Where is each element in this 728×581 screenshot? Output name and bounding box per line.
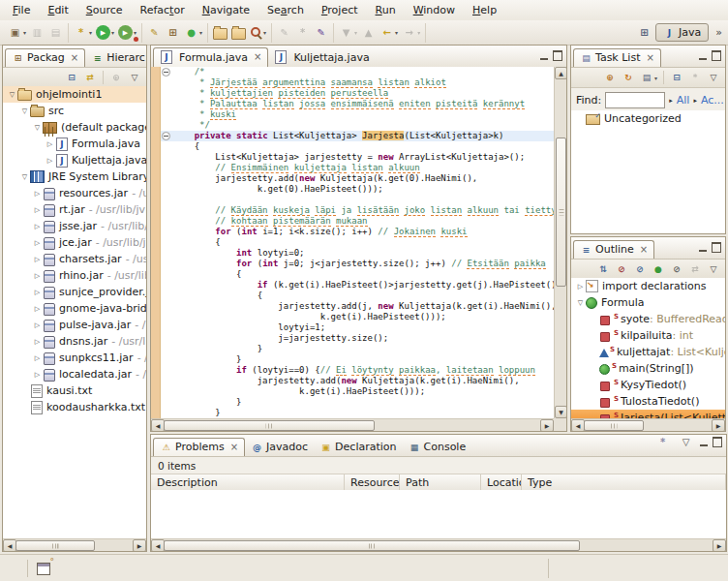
fold-margin[interactable]	[161, 259, 173, 269]
fold-margin[interactable]	[161, 216, 173, 227]
quick-diff-ruler[interactable]	[151, 67, 161, 418]
scroll-thumb[interactable]	[164, 420, 375, 431]
fold-margin[interactable]	[161, 195, 173, 205]
find-input[interactable]	[605, 92, 665, 108]
minimize-icon[interactable]	[700, 438, 708, 446]
package-explorer-hscrollbar[interactable]: ◀ ▶	[3, 538, 146, 551]
scroll-thumb[interactable]	[15, 540, 95, 551]
scroll-right-icon[interactable]: ▶	[712, 419, 725, 432]
menu-source[interactable]: Source	[77, 2, 132, 18]
outline-item-syote[interactable]: Ssyote : BufferedReader	[571, 311, 725, 327]
outline-item-jarjesta-list-kuljettaja-[interactable]: SJarjesta(List<Kuljettaja>)	[571, 410, 725, 418]
outline-item-kuljettajat[interactable]: Skuljettajat : List<Kuljettaja>	[571, 344, 725, 360]
collapse-all-button[interactable]: ⊟	[669, 70, 684, 85]
collapse-arrow-icon[interactable]: ▽	[7, 91, 17, 99]
scroll-left-icon[interactable]: ◀	[571, 419, 585, 432]
minimize-icon[interactable]	[540, 51, 548, 60]
collapse-all-button[interactable]: ⊟	[64, 70, 79, 85]
fold-margin[interactable]	[161, 269, 173, 280]
find-scope-all-link[interactable]: All	[677, 94, 690, 107]
fold-margin[interactable]	[161, 120, 173, 131]
fold-margin[interactable]	[161, 99, 173, 109]
maximize-icon[interactable]	[712, 242, 721, 253]
dropdown-arrow-icon[interactable]: ▾	[263, 29, 266, 36]
last-edit-location-button[interactable]: ✎	[313, 24, 329, 41]
view-menu-button[interactable]: ▽	[706, 70, 721, 85]
package-item-charsets-jar[interactable]: ▷charsets.jar- /usr/lib/jvm	[3, 251, 146, 267]
dropdown-arrow-icon[interactable]: ▾	[89, 29, 92, 36]
collapse-arrow-icon[interactable]: ▽	[19, 107, 30, 115]
fold-margin[interactable]	[161, 67, 173, 77]
task-item-uncategorized[interactable]: Uncategorized	[571, 110, 725, 127]
bottom-tab-problems[interactable]: ⚠Problems×	[153, 438, 245, 456]
outline-item-kilpailuita[interactable]: Skilpailuita : int	[571, 327, 725, 344]
fold-margin[interactable]	[161, 109, 173, 120]
package-item-jre-system-library[interactable]: ▽JRE System Library[java-6	[3, 168, 146, 185]
view-tab-outline[interactable]: ≡Outline×	[573, 240, 654, 259]
collapse-arrow-icon[interactable]: ▽	[19, 173, 30, 181]
scroll-thumb[interactable]	[556, 138, 566, 287]
menu-help[interactable]: Help	[464, 2, 505, 18]
package-item-jsse-jar[interactable]: ▷jsse.jar- /usr/lib/jvm/jav	[3, 218, 146, 234]
package-item-ohjelmointi1[interactable]: ▽ohjelmointi1	[3, 86, 146, 103]
collapse-fold-icon[interactable]	[162, 132, 170, 140]
outline-item-tulostatiedot-[interactable]: STulostaTiedot()	[571, 393, 725, 410]
editor-body[interactable]: /* * Järjestää argumenttina saamansa lis…	[151, 67, 566, 431]
fold-margin[interactable]	[161, 173, 173, 184]
scroll-right-icon[interactable]: ▶	[133, 539, 146, 552]
dropdown-arrow-icon[interactable]: ▾	[395, 29, 398, 36]
expand-arrow-icon[interactable]: ▷	[32, 289, 43, 296]
scroll-left-icon[interactable]: ◀	[151, 419, 165, 432]
expand-arrow-icon[interactable]: ▷	[32, 371, 43, 379]
close-icon[interactable]: ×	[254, 53, 261, 61]
sort-button[interactable]: ⇅	[595, 261, 611, 277]
fold-margin[interactable]	[161, 290, 173, 301]
open-perspective-icon[interactable]: ⊞	[637, 25, 652, 40]
fold-margin[interactable]	[161, 280, 173, 290]
new-class-button[interactable]: ●▾	[183, 24, 203, 41]
find-scope-link[interactable]: Ac...	[701, 94, 724, 107]
fold-margin[interactable]	[161, 408, 173, 418]
expand-arrow-icon[interactable]: ▷	[32, 239, 43, 247]
expand-arrow-icon[interactable]: ▷	[45, 140, 55, 148]
close-icon[interactable]: ×	[640, 246, 648, 254]
view-tab-hierarc[interactable]: ≡Hierarc	[85, 49, 147, 67]
package-item-formula-java[interactable]: ▷Formula.java	[3, 136, 146, 152]
package-item-koodausharkka-txt[interactable]: koodausharkka.txt	[3, 399, 146, 415]
dropdown-arrow-icon[interactable]: ▾	[417, 29, 420, 36]
view-menu-button[interactable]: ▽	[127, 70, 142, 85]
toolbar-overflow-chevron[interactable]: »	[713, 26, 725, 39]
fold-margin[interactable]	[161, 397, 173, 408]
package-item-kausi-txt[interactable]: kausi.txt	[3, 382, 146, 399]
package-item-rt-jar[interactable]: ▷rt.jar- /usr/lib/jvm/java-	[3, 201, 146, 218]
outline-item-main-string-[interactable]: Smain(String[])	[571, 360, 725, 377]
filter-button[interactable]: *	[654, 434, 671, 450]
code-text-area[interactable]: /* * Järjestää argumenttina saamansa lis…	[161, 67, 554, 418]
fold-margin[interactable]	[161, 163, 173, 173]
package-item-sunjce-provider-jar[interactable]: ▷sunjce_provider.jar- /us	[3, 284, 146, 300]
expand-arrow-icon[interactable]: ▷	[32, 256, 43, 263]
package-item-resources-jar[interactable]: ▷resources.jar- /usr/lib/jv	[3, 185, 146, 201]
collapse-arrow-icon[interactable]: ▽	[575, 299, 586, 307]
expand-arrow-icon[interactable]: ▸	[669, 97, 673, 105]
hide-local-types-button[interactable]: ⊘	[669, 261, 684, 277]
debug-button[interactable]: *▾	[73, 24, 93, 41]
scroll-thumb[interactable]	[584, 420, 644, 431]
scroll-down-icon[interactable]: ▼	[555, 406, 567, 418]
open-project-button[interactable]	[230, 24, 247, 41]
close-icon[interactable]: ×	[646, 54, 653, 62]
view-menu-button[interactable]: ▽	[678, 434, 694, 450]
menu-search[interactable]: Search	[258, 2, 313, 18]
dropdown-arrow-icon[interactable]: ▾	[111, 29, 114, 36]
package-item-src[interactable]: ▽src	[3, 103, 146, 119]
view-tab-task-list[interactable]: ▤Task List×	[573, 48, 661, 67]
package-item-pulse-java-jar[interactable]: ▷pulse-java.jar- /usr/lib/j	[3, 317, 146, 333]
expand-arrow-icon[interactable]: ▷	[32, 338, 43, 346]
menu-run[interactable]: Run	[367, 2, 405, 18]
open-resource-button[interactable]	[212, 24, 228, 41]
expand-arrow-icon[interactable]: ▷	[32, 190, 43, 198]
bottom-tab-declaration[interactable]: ▣Declaration	[314, 439, 402, 456]
scroll-up-icon[interactable]: ▲	[555, 67, 567, 79]
fold-margin[interactable]	[161, 376, 173, 386]
run-button[interactable]: ▶▾	[95, 24, 115, 41]
